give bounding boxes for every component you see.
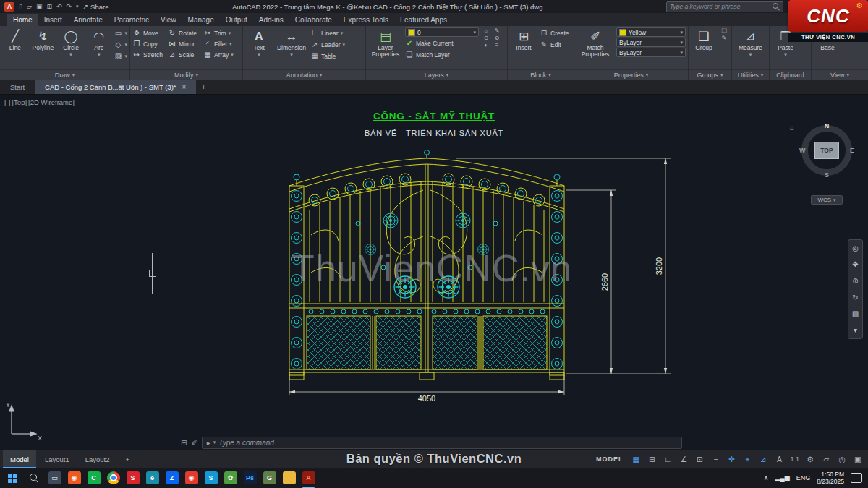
clean-screen-icon[interactable]: ▣ — [851, 453, 865, 466]
layout-tab-layout2[interactable]: Layout2 — [78, 450, 117, 468]
layout-tab-add[interactable]: + — [119, 450, 137, 468]
panel-label-utilities[interactable]: Utilities▾ — [732, 69, 769, 80]
new-tab-button[interactable]: + — [196, 80, 210, 94]
viewcube-west[interactable]: W — [799, 147, 806, 154]
tab-express-tools[interactable]: Express Tools — [338, 14, 394, 26]
make-current-button[interactable]: ✔Make Current — [405, 38, 479, 48]
panel-label-groups[interactable]: Groups▾ — [689, 69, 731, 80]
snap-tracking-icon[interactable]: ⌖ — [740, 453, 754, 466]
tab-parametric[interactable]: Parametric — [109, 14, 155, 26]
trim-button[interactable]: ✂Trim▾ — [203, 27, 239, 38]
taskbar-app-photoshop[interactable]: Ps — [240, 468, 260, 488]
isolate-objects-icon[interactable]: ◎ — [835, 453, 849, 466]
layout-tab-model[interactable]: Model — [3, 450, 36, 468]
save-icon[interactable]: ▣ — [36, 2, 43, 11]
panel-label-draw[interactable]: Draw▾ — [0, 69, 129, 80]
taskbar-app-autocad[interactable]: A — [299, 468, 318, 488]
taskbar-app-orange[interactable]: ◉ — [64, 468, 84, 488]
tab-collaborate[interactable]: Collaborate — [289, 14, 338, 26]
group-button[interactable]: ❑ Group — [691, 27, 717, 52]
selection-cycling-icon[interactable]: ✛ — [724, 453, 739, 466]
layer-edit-icon[interactable]: ✎ — [492, 27, 502, 34]
navbar-more-icon[interactable]: ▾ — [854, 326, 857, 334]
viewcube-home-icon[interactable]: ⌂ — [790, 124, 794, 132]
share-button[interactable]: ↗ Share — [83, 2, 109, 11]
layer-properties-button[interactable]: ▤ Layer Properties — [368, 27, 403, 59]
tab-manage[interactable]: Manage — [182, 14, 220, 26]
network-icon[interactable]: ▂▄▆ — [775, 474, 789, 481]
rotate-button[interactable]: ↻Rotate — [168, 27, 203, 38]
tab-home[interactable]: Home — [7, 14, 38, 26]
taskbar-app-skype[interactable]: S — [201, 468, 221, 488]
viewcube-top-face[interactable]: TOP — [814, 142, 839, 159]
mirror-button[interactable]: ⋈Mirror — [168, 38, 203, 49]
layout-tab-layout1[interactable]: Layout1 — [38, 450, 77, 468]
lineweight-icon[interactable]: ≡ — [708, 453, 723, 466]
command-dropdown-icon[interactable]: ▾ — [213, 440, 216, 445]
open-file-icon[interactable]: ▱ — [27, 2, 32, 11]
showmotion-icon[interactable]: ▤ — [852, 309, 859, 317]
layer-off-icon[interactable]: ⊘ — [492, 35, 502, 41]
object-color-dropdown[interactable]: Yellow ▾ — [616, 27, 686, 37]
start-button[interactable] — [1, 468, 23, 488]
panel-label-modify[interactable]: Modify▾ — [130, 69, 242, 80]
linetype-dropdown[interactable]: ByLayer ▾ — [616, 38, 686, 47]
hatch-button[interactable]: ▨▾ — [114, 51, 127, 61]
move-button[interactable]: ✥Move — [132, 27, 168, 38]
panel-label-properties[interactable]: Properties▾ — [574, 69, 688, 80]
tab-output[interactable]: Output — [220, 14, 253, 26]
taskbar-app-gimp[interactable]: G — [260, 468, 279, 488]
rectangle-button[interactable]: ▭▾ — [114, 27, 127, 38]
text-button[interactable]: A Text ▾ — [245, 27, 273, 59]
polyline-button[interactable]: ↯ Polyline — [30, 27, 56, 52]
viewport-control-minimize[interactable]: [-] — [4, 98, 10, 106]
panel-label-block[interactable]: Block▾ — [508, 69, 574, 80]
stretch-button[interactable]: ↦Stretch — [132, 49, 168, 60]
linear-dimension-button[interactable]: ⊢Linear▾ — [310, 27, 345, 38]
panel-label-clipboard[interactable]: Clipboard — [770, 69, 811, 80]
tab-addins[interactable]: Add-ins — [253, 14, 289, 26]
tab-annotate[interactable]: Annotate — [68, 14, 109, 26]
search-box[interactable]: Type a keyword or phrase — [666, 1, 783, 12]
pan-icon[interactable]: ✥ — [852, 260, 858, 268]
match-layer-button[interactable]: ❏Match Layer — [405, 49, 479, 60]
ungroup-icon[interactable]: ❏ — [719, 27, 729, 34]
model-space-indicator[interactable]: MODEL — [592, 455, 628, 463]
close-tab-icon[interactable]: × — [182, 83, 187, 91]
create-block-button[interactable]: ⊡Create — [540, 27, 569, 38]
taskbar-app-coccoc[interactable]: C — [84, 468, 103, 488]
action-center-icon[interactable] — [851, 473, 862, 483]
line-button[interactable]: ╱ Line — [2, 27, 28, 52]
quick-access-dropdown-icon[interactable]: ▾ — [76, 4, 79, 9]
new-file-icon[interactable]: ▯ — [19, 2, 22, 11]
taskbar-app-red-s[interactable]: S — [123, 468, 142, 488]
taskbar-app-green[interactable]: ✿ — [221, 468, 240, 488]
taskbar-app-red-circle[interactable]: ◉ — [182, 468, 201, 488]
copy-button[interactable]: ❐Copy — [132, 38, 168, 49]
measure-button[interactable]: ⊿ Measure ▾ — [734, 27, 767, 59]
table-button[interactable]: ▦Table — [310, 51, 345, 61]
taskbar-app-edge[interactable]: e — [142, 468, 162, 488]
layer-freeze-icon[interactable]: ⊙ — [481, 35, 491, 41]
viewcube-east[interactable]: E — [850, 147, 854, 154]
viewport-control-view[interactable]: [Top] — [12, 98, 27, 106]
command-customize-icon[interactable]: ⊞ — [181, 439, 187, 447]
ortho-toggle-icon[interactable]: ∟ — [660, 453, 675, 466]
group-edit-icon[interactable]: ✎ — [719, 35, 729, 41]
edit-block-button[interactable]: ✎Edit — [540, 39, 569, 50]
file-tab-start[interactable]: Start — [0, 80, 35, 94]
polar-tracking-icon[interactable]: ∠ — [676, 453, 691, 466]
command-pencil-icon[interactable]: ✐ — [191, 439, 197, 447]
plot-icon[interactable]: ⊞ — [46, 2, 52, 11]
layer-dropdown[interactable]: 0 ▾ — [405, 27, 479, 37]
orbit-icon[interactable]: ↻ — [852, 294, 858, 301]
tab-featured-apps[interactable]: Featured Apps — [394, 14, 453, 26]
annotation-monitor-icon[interactable]: ▱ — [819, 453, 833, 466]
dimension-button[interactable]: ↔ Dimension ▾ — [275, 27, 308, 59]
ellipse-button[interactable]: ◇▾ — [114, 39, 127, 50]
panel-label-layers[interactable]: Layers▾ — [366, 69, 507, 80]
lineweight-dropdown[interactable]: ByLayer ▾ — [616, 48, 686, 57]
taskbar-app-folder[interactable] — [279, 468, 299, 488]
navigation-wheel-icon[interactable]: ◎ — [852, 244, 859, 252]
autocad-app-icon[interactable]: A — [4, 2, 14, 12]
